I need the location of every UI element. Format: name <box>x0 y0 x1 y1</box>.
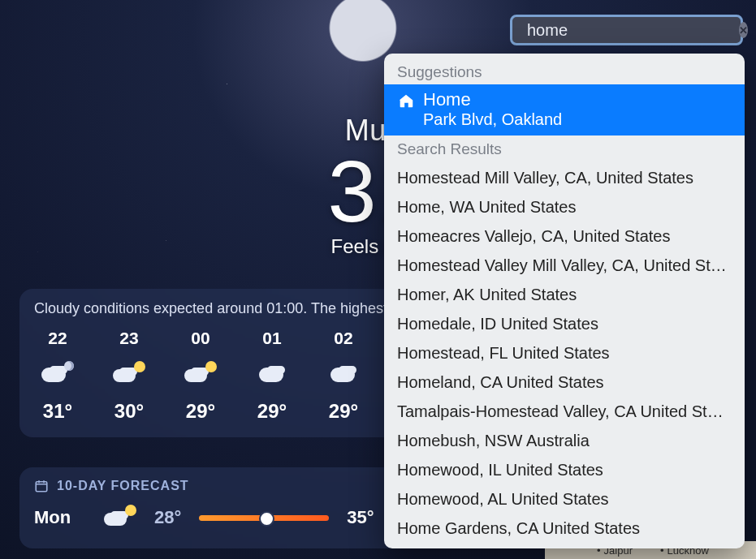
suggestion-title: Home <box>423 89 562 110</box>
cloud-sun-icon <box>184 361 217 387</box>
search-result[interactable]: Homeacres Vallejo, CA, United States <box>384 221 745 251</box>
search-result[interactable]: Homewood, IL United States <box>384 455 745 484</box>
cloud-sun-icon <box>104 505 136 531</box>
forecast-low: 28° <box>154 507 181 528</box>
search-dropdown: Suggestions Home Park Blvd, Oakland Sear… <box>384 54 745 548</box>
search-result[interactable]: Home Garden, CA United States <box>384 543 745 548</box>
search-result[interactable]: Homedale, ID United States <box>384 309 745 338</box>
suggestion-subtitle: Park Blvd, Oakland <box>423 110 562 129</box>
hour-item[interactable]: 23 30° <box>107 329 151 423</box>
hour-time: 22 <box>48 329 67 348</box>
search-result[interactable]: Homestead, FL United States <box>384 338 745 368</box>
hour-temp: 29° <box>329 400 358 423</box>
search-input[interactable] <box>527 21 732 40</box>
cloud-sun-icon <box>113 361 145 387</box>
search-result[interactable]: Homeland, CA United States <box>384 368 745 397</box>
hour-item[interactable]: 22 31° <box>36 329 80 423</box>
search-result[interactable]: Homewood, AL United States <box>384 484 745 514</box>
search-result[interactable]: Homer, AK United States <box>384 280 745 309</box>
hour-item[interactable]: 00 29° <box>179 329 222 423</box>
suggestion-home[interactable]: Home Park Blvd, Oakland <box>384 84 745 135</box>
results-header: Search Results <box>384 135 745 161</box>
hour-temp: 29° <box>257 400 287 423</box>
cloud-icon <box>256 361 288 387</box>
search-result[interactable]: Home, WA United States <box>384 192 745 221</box>
hour-time: 23 <box>119 329 138 348</box>
search-result[interactable]: Homestead Mill Valley, CA, United States <box>384 163 745 192</box>
hour-temp: 30° <box>114 400 144 423</box>
hour-time: 00 <box>191 329 210 348</box>
cloud-icon <box>327 361 360 387</box>
svg-rect-0 <box>36 482 47 492</box>
calendar-icon <box>34 479 49 493</box>
search-result[interactable]: Homebush, NSW Australia <box>384 426 745 455</box>
search-field[interactable]: ✕ <box>510 15 743 45</box>
suggestions-header: Suggestions <box>384 58 745 84</box>
temp-range-bar <box>199 515 329 521</box>
clear-search-icon[interactable]: ✕ <box>739 22 748 38</box>
home-icon <box>397 92 415 110</box>
hour-temp: 29° <box>186 400 215 423</box>
forecast-high: 35° <box>347 507 374 528</box>
hour-item[interactable]: 01 29° <box>250 329 294 423</box>
hour-temp: 31° <box>43 400 72 423</box>
search-results-list: Homestead Mill Valley, CA, United States… <box>384 161 745 548</box>
ten-day-header: 10-DAY FORECAST <box>57 479 189 493</box>
search-result[interactable]: Tamalpais-Homestead Valley, CA United St… <box>384 397 745 426</box>
search-result[interactable]: Home Gardens, CA United States <box>384 514 745 543</box>
hour-time: 01 <box>262 329 281 348</box>
cloud-moon-icon <box>41 361 74 387</box>
hour-time: 02 <box>334 329 352 348</box>
hour-item[interactable]: 02 29° <box>322 329 365 423</box>
forecast-day: Mon <box>34 507 86 528</box>
search-result[interactable]: Homestead Valley Mill Valley, CA, United… <box>384 251 745 280</box>
